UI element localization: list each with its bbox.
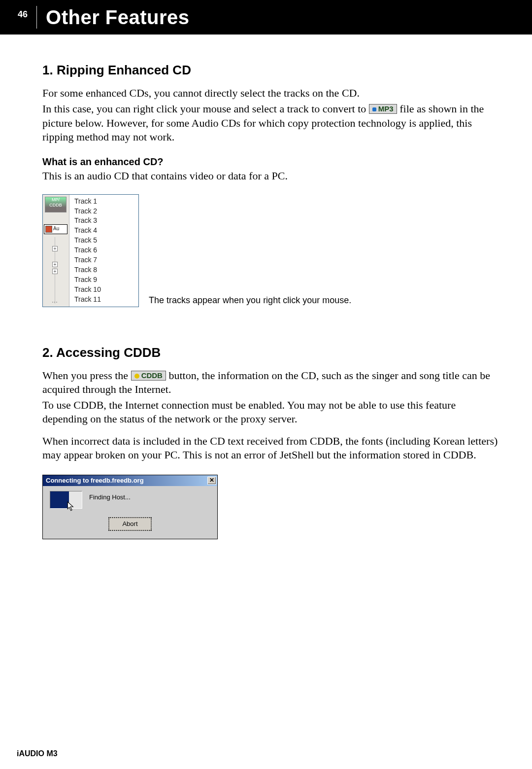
cddb-logo-icon: MP/CDDB	[45, 197, 66, 212]
context-menu-list: Track 1 Track 2 Track 3 Track 4 Track 5 …	[71, 195, 138, 307]
tree-more-icon: ⋯	[52, 299, 60, 305]
dialog-titlebar[interactable]: Connecting to freedb.freedb.org ✕	[43, 475, 217, 486]
menu-item-track[interactable]: Track 10	[74, 285, 138, 295]
menu-item-track[interactable]: Track 3	[74, 216, 138, 226]
menu-item-track[interactable]: Track 5	[74, 236, 138, 245]
page-title: Other Features	[46, 6, 190, 29]
cursor-icon	[67, 501, 76, 512]
cddb-chip: CDDB	[131, 371, 166, 381]
figure-caption: The tracks appear when you right click y…	[149, 295, 351, 307]
context-menu-figure: MP/CDDB Au + + + ⋯ Track 1 Track 2 Track…	[42, 194, 139, 307]
mp3-chip-label: MP3	[378, 105, 394, 113]
cddb-dot-icon	[134, 374, 139, 379]
menu-item-track[interactable]: Track 7	[74, 255, 138, 265]
abort-button[interactable]: Abort	[108, 517, 152, 531]
tree-expand-icon[interactable]: +	[52, 262, 58, 267]
section1-heading: 1. Ripping Enhanced CD	[42, 62, 502, 78]
section1-p2a: In this case, you can right click your m…	[42, 103, 369, 115]
menu-item-track[interactable]: Track 1	[74, 197, 138, 207]
progress-fill	[50, 491, 69, 508]
menu-item-track[interactable]: Track 6	[74, 245, 138, 255]
section2-p1: When you press the CDDB button, the info…	[42, 369, 502, 396]
section2-heading: 2. Accessing CDDB	[42, 345, 502, 361]
close-icon[interactable]: ✕	[207, 477, 216, 485]
page-number: 46	[18, 9, 28, 20]
audio-label: Au	[53, 226, 59, 232]
cddb-chip-label: CDDB	[141, 371, 163, 380]
audio-swatch-icon	[45, 226, 52, 233]
menu-item-track[interactable]: Track 11	[74, 295, 138, 305]
dialog-title: Connecting to freedb.freedb.org	[46, 477, 144, 485]
section2-p3: When incorrect data is included in the C…	[42, 434, 502, 462]
menu-item-track[interactable]: Track 2	[74, 207, 138, 216]
section1-p2: In this case, you can right click your m…	[42, 102, 502, 143]
enhanced-cd-question: What is an enhanced CD?	[42, 156, 502, 169]
menu-item-track[interactable]: Track 9	[74, 275, 138, 285]
footer-product: iAUDIO M3	[17, 749, 58, 758]
header-divider	[36, 6, 37, 29]
dialog-status: Finding Host...	[89, 493, 131, 502]
section1-p1: For some enhanced CDs, you cannot direct…	[42, 86, 502, 100]
header-bar: 46 Other Features	[0, 0, 532, 35]
progress-bar	[50, 491, 82, 509]
section2-p2: To use CDDB, the Internet connection mus…	[42, 398, 502, 426]
tree-expand-icon[interactable]: +	[52, 269, 58, 274]
tree-expand-icon[interactable]: +	[52, 246, 58, 251]
enhanced-cd-answer: This is an audio CD that contains video …	[42, 169, 502, 183]
audio-cd-icon: Au	[44, 224, 67, 234]
section2-p1a: When you press the	[42, 369, 131, 382]
mp3-chip: MP3	[369, 104, 397, 114]
menu-item-track[interactable]: Track 4	[74, 226, 138, 236]
tree-panel: MP/CDDB Au + + + ⋯	[43, 195, 69, 307]
menu-item-track[interactable]: Track 8	[74, 265, 138, 275]
cddb-dialog: Connecting to freedb.freedb.org ✕ Findin…	[42, 475, 218, 540]
mp3-dot-icon	[372, 107, 376, 111]
